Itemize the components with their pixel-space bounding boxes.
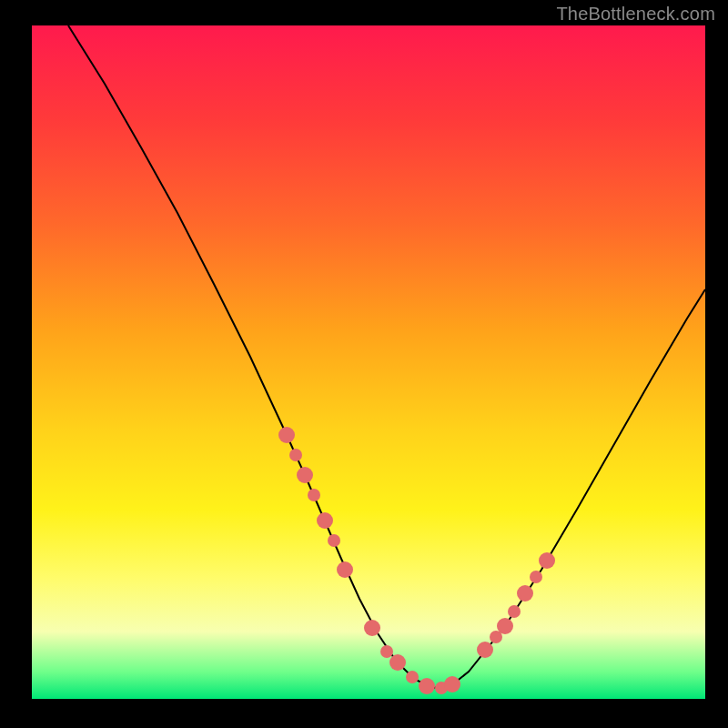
highlight-dot (508, 605, 521, 618)
highlight-dot (406, 671, 419, 683)
highlight-dot (364, 620, 380, 636)
highlight-dot (317, 512, 333, 529)
bottleneck-curve (68, 25, 705, 688)
highlight-dot (308, 489, 320, 501)
highlight-dot (444, 676, 460, 693)
highlight-dot (278, 427, 295, 443)
highlight-dot (380, 645, 393, 658)
highlight-dot (419, 678, 435, 694)
highlight-dot (297, 467, 313, 483)
highlight-dot (517, 585, 533, 602)
curve-layer (0, 0, 728, 728)
highlight-dot (477, 642, 493, 658)
highlight-dot (497, 618, 513, 634)
highlight-dot (289, 449, 302, 461)
highlight-dot (530, 571, 542, 583)
chart-stage: TheBottleneck.com (0, 0, 728, 728)
highlight-dot (539, 552, 555, 569)
highlight-bottom (364, 620, 460, 694)
highlight-dot (337, 561, 353, 578)
highlight-dot (328, 534, 340, 547)
highlight-dot (389, 654, 406, 671)
